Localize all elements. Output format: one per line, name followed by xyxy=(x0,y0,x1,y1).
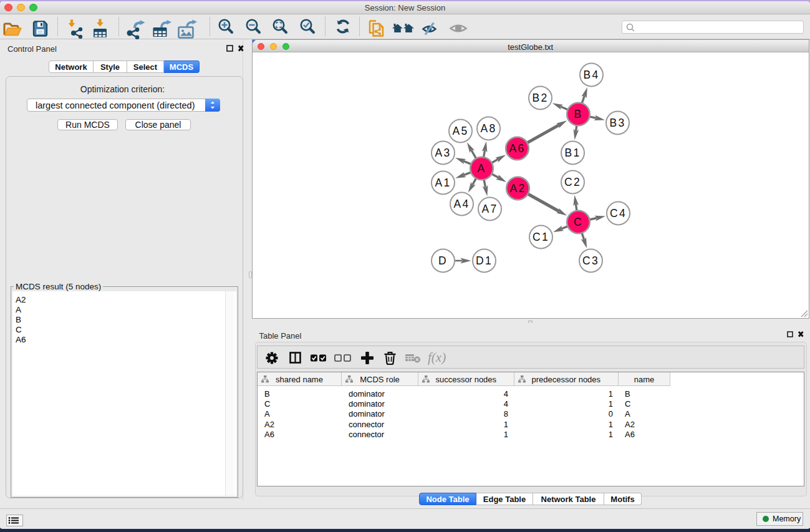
svg-text:D1: D1 xyxy=(476,254,493,267)
svg-text:B4: B4 xyxy=(583,69,599,81)
svg-text:A4: A4 xyxy=(453,198,470,210)
svg-text:B1: B1 xyxy=(564,147,581,159)
svg-text:C1: C1 xyxy=(533,231,549,243)
svg-text:B3: B3 xyxy=(609,117,625,129)
svg-text:A6: A6 xyxy=(509,142,525,155)
svg-text:A: A xyxy=(477,162,486,175)
svg-text:C: C xyxy=(574,216,583,228)
svg-text:B2: B2 xyxy=(532,92,548,104)
svg-text:A1: A1 xyxy=(435,177,451,189)
svg-text:A3: A3 xyxy=(435,147,451,159)
svg-text:A7: A7 xyxy=(481,203,498,215)
svg-text:C2: C2 xyxy=(564,176,581,188)
svg-text:C4: C4 xyxy=(610,207,627,220)
svg-text:A8: A8 xyxy=(480,122,496,135)
svg-text:A2: A2 xyxy=(509,182,526,195)
svg-text:C3: C3 xyxy=(582,254,599,267)
svg-text:A5: A5 xyxy=(452,125,468,137)
svg-text:B: B xyxy=(574,108,582,120)
svg-text:D: D xyxy=(438,254,448,267)
